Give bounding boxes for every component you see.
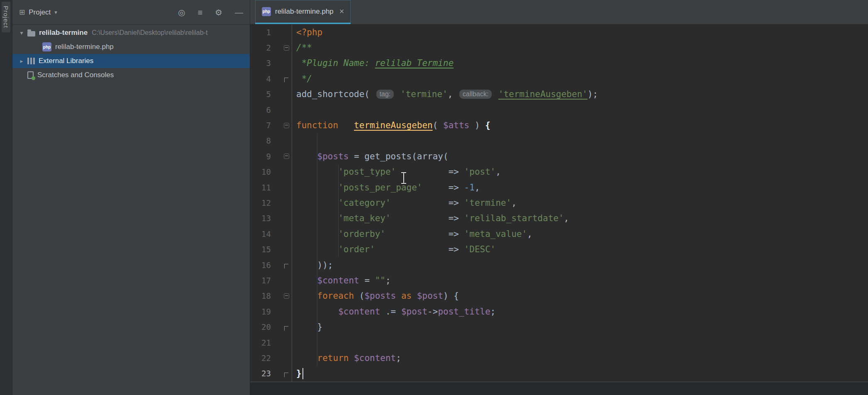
tree-row-root[interactable]: ▾relilab-termineC:\Users\Daniel\Desktop\…: [12, 26, 250, 40]
code-line-1[interactable]: <?php: [296, 24, 868, 40]
php-file-icon: php: [42, 42, 51, 51]
code-line-3[interactable]: *Plugin Name: relilab Termine: [296, 56, 868, 71]
line-number[interactable]: 9: [250, 152, 281, 161]
code-line-14[interactable]: 'orderby' => 'meta_value',: [296, 226, 868, 241]
phpstorm-window: Project ⊞ Project ▾ ◎≡⚙— ▾relilab-termin…: [0, 0, 868, 395]
line-number[interactable]: 7: [250, 121, 281, 130]
tree-label: relilab-termine.php: [55, 43, 114, 51]
editor-region: 1234567891011121314151617181920212223 <?…: [250, 24, 868, 382]
left-tool-window-bar: Project: [0, 0, 12, 395]
line-number[interactable]: 5: [250, 90, 281, 99]
project-panel-title: Project: [29, 8, 51, 17]
line-number[interactable]: 19: [250, 307, 281, 316]
line-number[interactable]: 18: [250, 291, 281, 300]
code-line-11[interactable]: 'posts_per_page' => -1,: [296, 180, 868, 195]
code-line-10[interactable]: 'post_type' => 'post',: [296, 164, 868, 180]
close-tab-icon[interactable]: ×: [339, 7, 344, 16]
line-number[interactable]: 1: [250, 28, 281, 37]
line-number[interactable]: 17: [250, 276, 281, 285]
line-number[interactable]: 13: [250, 214, 281, 223]
code-line-22[interactable]: return $content;: [296, 350, 868, 366]
code-line-16[interactable]: ));: [296, 257, 868, 273]
indent-guide: [317, 133, 317, 366]
line-number[interactable]: 6: [250, 105, 281, 115]
gutter: 1234567891011121314151617181920212223: [250, 24, 292, 382]
tree-label: relilab-termine: [39, 29, 88, 37]
indent-guide: [338, 164, 339, 257]
line-number[interactable]: 14: [250, 229, 281, 239]
line-number[interactable]: 21: [250, 338, 281, 347]
tab-relilab-termine-php[interactable]: php relilab-termine.php ×: [255, 0, 351, 24]
code-line-2[interactable]: /**: [296, 40, 868, 55]
fold-end-icon[interactable]: [284, 326, 288, 331]
line-number[interactable]: 22: [250, 354, 281, 363]
editor-tab-bar: php relilab-termine.php ×: [250, 0, 868, 24]
tool-window-stripe-project[interactable]: Project: [2, 2, 10, 32]
code-line-21[interactable]: [296, 335, 868, 350]
code-line-4[interactable]: */: [296, 71, 868, 86]
editor: 1234567891011121314151617181920212223 <?…: [250, 24, 868, 395]
fold-collapse-icon[interactable]: [284, 45, 289, 51]
chevron-down-icon: ▾: [54, 9, 57, 15]
chevron-right-icon[interactable]: ▸: [16, 58, 27, 64]
tree-row-file-relilab-termine-php[interactable]: phprelilab-termine.php: [12, 40, 250, 54]
code-line-5[interactable]: add_shortcode( tag: 'termine', callback:…: [296, 87, 868, 102]
code-line-6[interactable]: [296, 102, 868, 117]
code-area[interactable]: <?php/** *Plugin Name: relilab Termine *…: [292, 24, 868, 382]
fold-collapse-icon[interactable]: [284, 293, 289, 299]
scratch-icon: [27, 71, 34, 79]
code-line-8[interactable]: [296, 133, 868, 149]
project-tool-window: ⊞ Project ▾ ◎≡⚙— ▾relilab-termineC:\User…: [12, 0, 250, 395]
collapse-all-icon[interactable]: ≡: [197, 8, 202, 17]
line-number[interactable]: 20: [250, 322, 281, 332]
panel-actions: ◎≡⚙—: [178, 8, 243, 17]
hide-panel-icon[interactable]: —: [235, 8, 243, 17]
text-caret: [302, 368, 303, 379]
settings-gear-icon[interactable]: ⚙: [215, 8, 222, 17]
line-number[interactable]: 23: [250, 369, 281, 378]
project-panel-header: ⊞ Project ▾ ◎≡⚙—: [12, 0, 250, 25]
project-view-icon: ⊞: [19, 8, 25, 17]
library-icon: [27, 58, 35, 64]
stripe-label: Project: [2, 6, 10, 28]
fold-end-icon[interactable]: [284, 78, 288, 82]
line-number[interactable]: 8: [250, 136, 281, 145]
folder-icon: [27, 31, 35, 37]
code-line-20[interactable]: }: [296, 319, 868, 334]
line-number[interactable]: 15: [250, 245, 281, 254]
line-number[interactable]: 11: [250, 183, 281, 192]
php-file-icon: php: [262, 7, 271, 16]
line-number[interactable]: 3: [250, 59, 281, 68]
code-line-19[interactable]: $content .= $post->post_title;: [296, 304, 868, 319]
line-number[interactable]: 16: [250, 261, 281, 270]
tab-label: relilab-termine.php: [275, 7, 334, 16]
tree-label: Scratches and Consoles: [37, 71, 114, 79]
code-line-17[interactable]: $content = "";: [296, 273, 868, 288]
project-view-selector[interactable]: ⊞ Project ▾: [19, 8, 57, 17]
line-number[interactable]: 2: [250, 43, 281, 52]
locate-file-icon[interactable]: ◎: [178, 8, 185, 17]
fold-collapse-icon[interactable]: [284, 154, 289, 159]
parameter-hint: tag:: [376, 90, 394, 99]
editor-bottom-strip: [250, 382, 868, 395]
project-path: C:\Users\Daniel\Desktop\relilab\relilab-…: [92, 29, 207, 37]
tree-row-external-libraries[interactable]: ▸External Libraries: [12, 54, 250, 68]
line-number[interactable]: 10: [250, 167, 281, 176]
chevron-down-icon[interactable]: ▾: [16, 29, 27, 36]
fold-collapse-icon[interactable]: [284, 123, 289, 128]
code-line-12[interactable]: 'category' => 'termine',: [296, 195, 868, 210]
code-line-23[interactable]: }: [296, 366, 868, 381]
code-line-7[interactable]: function termineAusgeben( $atts ) {: [296, 117, 868, 133]
tree-label: External Libraries: [39, 57, 93, 65]
tree-row-scratches-and-consoles[interactable]: Scratches and Consoles: [12, 68, 250, 82]
code-line-15[interactable]: 'order' => 'DESC': [296, 241, 868, 257]
project-tree: ▾relilab-termineC:\Users\Daniel\Desktop\…: [12, 25, 250, 395]
code-line-18[interactable]: foreach ($posts as $post) {: [296, 288, 868, 304]
line-number[interactable]: 12: [250, 198, 281, 207]
code-line-13[interactable]: 'meta_key' => 'relilab_startdate',: [296, 211, 868, 226]
line-number[interactable]: 4: [250, 74, 281, 83]
fold-end-icon[interactable]: [284, 373, 288, 377]
editor-area: php relilab-termine.php × 12345678910111…: [250, 0, 868, 395]
fold-end-icon[interactable]: [284, 264, 288, 268]
code-line-9[interactable]: $posts = get_posts(array(: [296, 149, 868, 164]
